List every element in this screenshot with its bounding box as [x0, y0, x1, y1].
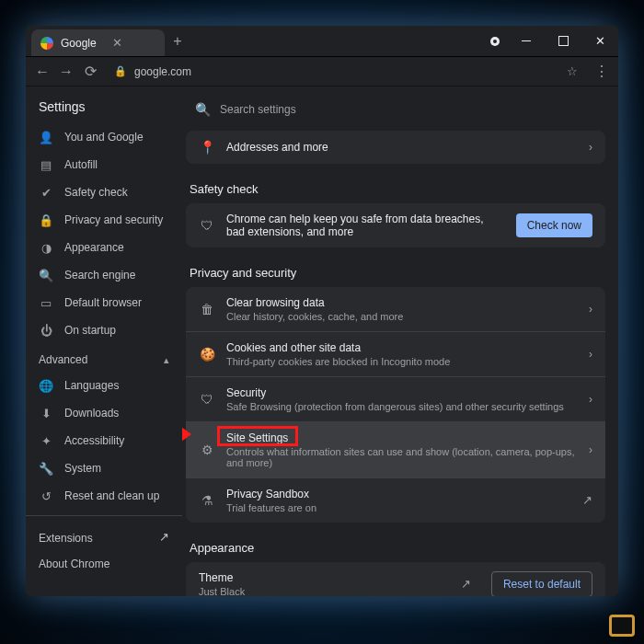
check-now-button[interactable]: Check now: [516, 213, 592, 237]
row-title: Security: [226, 386, 578, 399]
row-privacy-sandbox[interactable]: ⚗ Privacy Sandbox Trial features are on: [186, 477, 605, 523]
shield-check-icon: ✔: [39, 185, 53, 200]
safety-check-card: 🛡 Chrome can help keep you safe from dat…: [186, 203, 605, 247]
sidebar-item-system[interactable]: 🔧 System: [26, 454, 182, 482]
sidebar-item-label: Downloads: [64, 407, 119, 420]
sidebar-item-label: Languages: [64, 379, 119, 392]
sidebar-item-appearance[interactable]: ◑ Appearance: [26, 234, 182, 261]
account-indicator[interactable]: [482, 26, 508, 56]
sidebar-advanced-toggle[interactable]: Advanced ▴: [26, 344, 182, 372]
omnibox[interactable]: 🔒 google.com ☆: [105, 61, 587, 83]
window-minimize[interactable]: [508, 26, 545, 56]
sliders-icon: ⚙: [199, 443, 215, 457]
trash-icon: 🗑: [199, 302, 215, 316]
settings-main: 🔍 Search settings 📍 Addresses and more ›…: [182, 86, 618, 596]
power-icon: ⏻: [39, 323, 53, 338]
bookmark-star-icon[interactable]: ☆: [567, 64, 578, 78]
settings-heading: Settings: [26, 94, 182, 123]
sidebar-item-label: Privacy and security: [64, 213, 163, 226]
appearance-card: Theme Just Black Reset to default: [186, 562, 605, 596]
sidebar-item-label: Accessibility: [64, 434, 124, 447]
sidebar-extensions[interactable]: Extensions: [26, 522, 182, 554]
safety-desc: Chrome can help keep you safe from data …: [226, 213, 505, 238]
row-security[interactable]: 🛡 Security Safe Browsing (protection fro…: [186, 376, 605, 421]
forward-button[interactable]: →: [57, 63, 75, 81]
close-tab-icon[interactable]: ✕: [112, 36, 156, 50]
flask-icon: ⚗: [199, 493, 215, 508]
accessibility-icon: ✦: [39, 433, 53, 448]
row-theme[interactable]: Theme Just Black Reset to default: [186, 562, 605, 596]
row-subtitle: Clear history, cookies, cache, and more: [226, 311, 578, 322]
settings-sidebar: Settings 👤 You and Google ▤ Autofill ✔ S…: [26, 86, 182, 596]
row-addresses[interactable]: 📍 Addresses and more ›: [186, 131, 605, 164]
sidebar-item-reset[interactable]: ↺ Reset and clean up: [26, 482, 182, 510]
sidebar-item-label: Appearance: [64, 241, 124, 254]
open-external-icon: [582, 494, 592, 508]
reset-icon: ↺: [39, 489, 53, 503]
appearance-icon: ◑: [39, 240, 53, 255]
sidebar-item-label: On startup: [64, 324, 116, 337]
sidebar-item-label: Default browser: [64, 296, 142, 309]
browser-window: Google ✕ + ← → ⟳ 🔒 google.com ☆ ⋮ Settin…: [26, 26, 618, 596]
open-external-icon: [461, 578, 471, 592]
sidebar-item-label: Autofill: [64, 158, 98, 171]
sidebar-item-default-browser[interactable]: ▭ Default browser: [26, 289, 182, 316]
row-title: Theme: [199, 571, 450, 584]
sidebar-item-on-startup[interactable]: ⏻ On startup: [26, 316, 182, 344]
about-label: About Chrome: [39, 558, 109, 570]
sidebar-item-label: Safety check: [64, 186, 128, 199]
watermark-logo-icon: [609, 615, 635, 637]
sidebar-item-languages[interactable]: 🌐 Languages: [26, 372, 182, 399]
window-maximize[interactable]: [545, 26, 581, 56]
watermark: [609, 615, 635, 637]
row-title: Addresses and more: [226, 141, 578, 154]
settings-search[interactable]: 🔍 Search settings: [186, 94, 609, 125]
sidebar-item-downloads[interactable]: ⬇ Downloads: [26, 399, 182, 427]
row-clear-browsing-data[interactable]: 🗑 Clear browsing data Clear history, coo…: [186, 287, 605, 331]
sidebar-item-safety-check[interactable]: ✔ Safety check: [26, 178, 182, 206]
autofill-icon: ▤: [39, 157, 53, 172]
search-icon: 🔍: [39, 268, 53, 282]
row-title: Privacy Sandbox: [226, 488, 571, 500]
sidebar-item-label: Reset and clean up: [64, 489, 159, 502]
sidebar-about-chrome[interactable]: About Chrome: [26, 554, 182, 580]
shield-icon: 🛡: [199, 392, 215, 407]
titlebar: Google ✕ +: [26, 26, 618, 57]
lock-icon: 🔒: [114, 65, 127, 77]
person-icon: 👤: [39, 130, 53, 144]
addresses-card: 📍 Addresses and more ›: [186, 131, 605, 164]
row-cookies[interactable]: 🍪 Cookies and other site data Third-part…: [186, 331, 605, 376]
open-external-icon: [159, 531, 169, 545]
row-subtitle: Trial features are on: [226, 502, 571, 513]
back-button[interactable]: ←: [33, 63, 52, 81]
reset-to-default-button[interactable]: Reset to default: [491, 571, 592, 596]
system-icon: 🔧: [39, 461, 53, 476]
window-close[interactable]: [581, 26, 618, 56]
sidebar-item-privacy[interactable]: 🔒 Privacy and security: [26, 206, 182, 234]
sidebar-item-label: You and Google: [64, 131, 144, 144]
tab-title: Google: [61, 37, 105, 50]
chrome-favicon: [40, 37, 53, 50]
reload-button[interactable]: ⟳: [81, 63, 99, 81]
globe-icon: 🌐: [39, 378, 53, 393]
browser-tab[interactable]: Google ✕: [31, 29, 165, 56]
settings-content: Settings 👤 You and Google ▤ Autofill ✔ S…: [26, 86, 618, 596]
row-title: Site Settings: [226, 431, 578, 444]
urlbar: ← → ⟳ 🔒 google.com ☆ ⋮: [26, 57, 618, 86]
sidebar-item-autofill[interactable]: ▤ Autofill: [26, 151, 182, 178]
row-site-settings[interactable]: ⚙ Site Settings Controls what informatio…: [186, 421, 605, 477]
extensions-label: Extensions: [39, 532, 93, 545]
download-icon: ⬇: [39, 406, 53, 420]
cookie-icon: 🍪: [199, 347, 215, 362]
section-appearance: Appearance: [182, 532, 609, 557]
shield-check-icon: 🛡: [199, 218, 215, 233]
sidebar-item-search-engine[interactable]: 🔍 Search engine: [26, 261, 182, 289]
new-tab-button[interactable]: +: [165, 26, 190, 56]
browser-menu-button[interactable]: ⋮: [592, 63, 611, 80]
advanced-label: Advanced: [39, 353, 87, 366]
row-subtitle: Third-party cookies are blocked in Incog…: [226, 356, 578, 367]
sidebar-item-you-and-google[interactable]: 👤 You and Google: [26, 123, 182, 151]
sidebar-item-accessibility[interactable]: ✦ Accessibility: [26, 427, 182, 454]
privacy-card: 🗑 Clear browsing data Clear history, coo…: [186, 287, 605, 523]
chevron-up-icon: ▴: [164, 354, 169, 366]
